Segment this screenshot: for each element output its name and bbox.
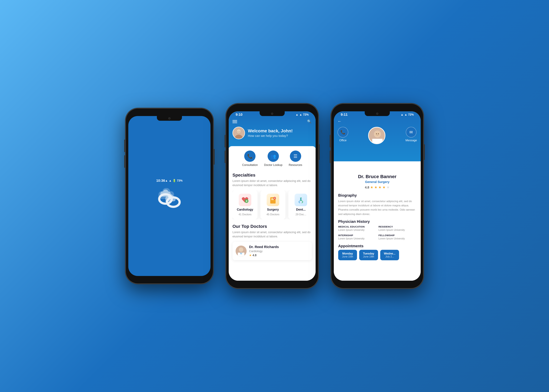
top-doctors-title: Our Top Doctors: [232, 224, 312, 229]
doctor-specialty-reed: Cardiology: [249, 250, 279, 253]
appointment-wednesday[interactable]: Wedne... July 2...: [380, 250, 399, 260]
action-resources[interactable]: ☰ Resources: [289, 151, 302, 167]
svg-point-2: [168, 195, 171, 198]
status-icons-2: ▲ ▲ 72%: [296, 113, 309, 116]
detail-scrollable-content: Dr. Bruce Banner General Surgery 4.8 ★ ★…: [334, 161, 421, 281]
biography-text: Lorem ipsum dolor sit amet, consectetur …: [338, 199, 416, 216]
splash-screen: 10:36 ▲ ▲ 🔋 73%: [128, 116, 211, 276]
app-logo: [154, 183, 185, 215]
appt-tuesday-date: June 19th: [362, 255, 375, 258]
svg-rect-20: [372, 139, 383, 144]
star-icon: ★: [249, 253, 252, 257]
vol-up-button-3: [330, 135, 331, 147]
appointment-tuesday[interactable]: Tuesday June 19th: [359, 250, 378, 260]
action-doctor-lookup[interactable]: 👥 Doctor Lookup: [264, 151, 282, 167]
internship-value: Lorem Ipsum University: [338, 237, 376, 240]
svg-point-7: [237, 129, 241, 133]
svg-rect-11: [271, 199, 274, 200]
physician-history-title: Physician History: [338, 219, 416, 224]
svg-point-23: [378, 133, 379, 134]
appt-wednesday-day: Wedne...: [383, 252, 396, 255]
detail-content: 9:11 ▲ ▲ 72% ← 📞: [334, 111, 421, 281]
battery-pct-3: 72%: [408, 113, 414, 116]
consultation-icon: 📞: [244, 151, 255, 162]
residency-value: Lorem Ipsum University: [379, 229, 416, 231]
welcome-text: Welcome back, John! How can we help you …: [248, 128, 293, 138]
status-icons-3: ▲ ▲ 72%: [401, 113, 414, 116]
doctor-card-reed[interactable]: Dr. Reed Richards Cardiology ★ 4.8: [232, 242, 312, 260]
phone-camera-2: [271, 112, 273, 115]
battery-pct-1: 73%: [177, 179, 183, 182]
home-screen: 9:10 ▲ ▲ 72% 🔍: [229, 111, 316, 281]
vol-up-button-2: [225, 135, 225, 147]
wifi-icon-2: ▲: [296, 113, 298, 116]
doctor-lookup-label: Doctor Lookup: [264, 163, 282, 167]
cardiology-icon: [239, 194, 251, 206]
battery-pct-2: 72%: [303, 113, 309, 116]
svg-point-3: [166, 200, 168, 203]
med-ed-label: MEDICAL EDUCATION: [338, 225, 376, 228]
biography-title: Biography: [338, 193, 416, 197]
home-content: 9:10 ▲ ▲ 72% 🔍: [229, 111, 316, 281]
status-icons-1: ▲ ▲ 🔋 73%: [165, 179, 183, 182]
action-consultation[interactable]: 📞 Consultation: [242, 151, 258, 167]
vol-down-button-2: [225, 151, 225, 163]
phone-camera-3: [376, 112, 378, 115]
home-header: 9:10 ▲ ▲ 72% 🔍: [229, 111, 316, 148]
top-doctors-desc: Lorem ipsum dolor sit amet, consectetur …: [232, 230, 312, 239]
specialty-card-cardiology[interactable]: Cardiology 41 Doctors: [232, 190, 258, 219]
status-bar-1: 10:36 ▲ ▲ 🔋 73%: [153, 177, 186, 183]
power-button-3: [424, 144, 425, 160]
history-residency: RESIDENCY Lorem Ipsum University: [379, 225, 416, 231]
star-4: ★: [382, 185, 386, 189]
surgery-count: 45 Doctors: [267, 213, 279, 216]
vol-down-button: [124, 155, 125, 168]
search-icon[interactable]: 🔍: [307, 119, 312, 124]
detail-header: 9:11 ▲ ▲ 72% ← 📞: [334, 111, 421, 161]
appt-wednesday-date: July 2...: [383, 255, 396, 258]
action-office[interactable]: 📞 Office: [338, 127, 348, 142]
specialties-desc: Lorem ipsum dolor sit amet, consectetur …: [232, 179, 312, 187]
appointment-monday[interactable]: Monday June 15th: [338, 250, 357, 260]
detail-top-bar: ←: [338, 117, 417, 127]
resources-label: Resources: [289, 163, 302, 167]
phones-container: 10:36 ▲ ▲ 🔋 73%: [126, 104, 423, 288]
power-button-2: [319, 144, 320, 160]
status-time-2: 9:10: [236, 112, 242, 117]
specialty-card-dental[interactable]: Dent... 29 Doc...: [288, 190, 312, 219]
reed-avatar: [236, 245, 246, 257]
back-button[interactable]: ←: [338, 119, 342, 124]
doctor-name-reed: Dr. Reed Richards: [249, 245, 279, 249]
signal-icon-2: ▲: [299, 113, 302, 116]
detail-screen: 9:11 ▲ ▲ 72% ← 📞: [334, 111, 421, 281]
history-medical-education: MEDICAL EDUCATION Lorem Ipsum University: [338, 225, 376, 231]
residency-label: RESIDENCY: [379, 225, 416, 228]
welcome-greeting: Welcome back, John!: [248, 128, 293, 133]
cardiology-name: Cardiology: [237, 208, 253, 211]
phone-camera: [168, 117, 170, 119]
wifi-icon-3: ▲: [401, 113, 403, 116]
doctor-lookup-icon: 👥: [267, 151, 279, 162]
doctor-specialty-detail: General Surgery: [338, 180, 416, 184]
specialty-cards-row: Cardiology 41 Doctors: [232, 190, 312, 219]
internship-label: INTERNSHIP: [338, 234, 376, 237]
user-avatar: [232, 127, 245, 139]
specialty-card-surgery[interactable]: Surgery 45 Doctors: [260, 190, 285, 219]
star-5: ★: [387, 185, 390, 189]
office-label: Office: [339, 139, 347, 142]
message-label: Message: [406, 139, 417, 142]
dental-count: 29 Doc...: [296, 213, 306, 216]
history-internship: INTERNSHIP Lorem Ipsum University: [338, 234, 376, 240]
rating-value: 4.8: [253, 254, 256, 257]
action-message[interactable]: ✉ Message: [406, 127, 417, 142]
physician-history-grid: MEDICAL EDUCATION Lorem Ipsum University…: [338, 225, 416, 240]
phone-detail: 9:11 ▲ ▲ 72% ← 📞: [331, 104, 423, 288]
doctor-rating-reed: ★ 4.8: [249, 253, 279, 257]
battery-icon-1: 🔋: [173, 179, 176, 182]
dental-name: Dent...: [296, 208, 306, 211]
menu-icon[interactable]: [232, 120, 237, 123]
splash-content: 10:36 ▲ ▲ 🔋 73%: [128, 116, 211, 276]
med-ed-value: Lorem Ipsum University: [338, 229, 376, 231]
signal-icon-1: ▲: [169, 179, 172, 182]
home-scrollable-content: Specialties Lorem ipsum dolor sit amet, …: [229, 169, 316, 281]
